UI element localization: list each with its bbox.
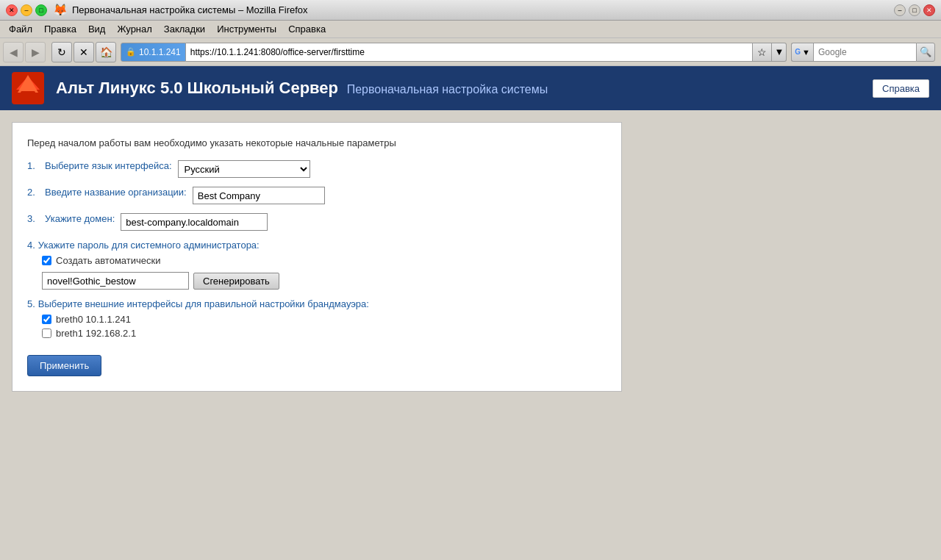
org-name-input[interactable] <box>193 187 325 204</box>
domain-input[interactable] <box>121 213 268 231</box>
step1-language: 1. Выберите язык интерфейса: Русский Eng… <box>27 160 607 178</box>
google-icon: G <box>795 48 801 56</box>
step5-number: 5. <box>27 298 35 309</box>
window-close-icon[interactable]: ✕ <box>923 4 935 16</box>
address-security-label: 🔒 10.1.1.241 <box>121 43 186 62</box>
interface-breth0: breth0 10.1.1.241 <box>42 314 607 325</box>
header-title-group: Альт Линукс 5.0 Школьный Сервер Первонач… <box>56 79 548 98</box>
step2-org: 2. Введите название организации: <box>27 187 607 204</box>
step1-number: 1. <box>27 160 42 171</box>
step5-interfaces: 5. Выберите внешние интерфейсы для прави… <box>27 298 607 339</box>
titlebar-title: Первоначальная настройка системы – Mozil… <box>72 4 308 15</box>
logo-svg <box>12 72 44 104</box>
main-content: Перед началом работы вам необходимо указ… <box>0 110 941 403</box>
window-maximize-icon[interactable]: □ <box>909 4 920 16</box>
language-select[interactable]: Русский English <box>178 160 310 178</box>
step4-password: 4. Укажите пароль для системного админис… <box>27 240 607 290</box>
titlebar: ✕ – □ 🦊 Первоначальная настройка системы… <box>0 0 941 21</box>
interface-breth1: breth1 192.168.2.1 <box>42 328 607 339</box>
step4-label: Укажите пароль для системного администра… <box>38 240 260 251</box>
svg-rect-2 <box>25 93 31 100</box>
auto-create-row: Создать автоматически <box>42 255 607 266</box>
password-input[interactable] <box>42 272 189 290</box>
window-minimize-icon[interactable]: – <box>894 4 906 16</box>
intro-text: Перед началом работы вам необходимо указ… <box>27 137 607 148</box>
apply-button[interactable]: Применить <box>27 355 101 376</box>
step2-number: 2. <box>27 187 42 198</box>
search-engine-dropdown-icon: ▼ <box>802 48 810 57</box>
menu-edit[interactable]: Правка <box>38 22 82 36</box>
refresh-button[interactable]: ↻ <box>51 42 72 62</box>
titlebar-buttons: ✕ – □ <box>6 4 47 16</box>
minimize-btn[interactable]: – <box>21 4 32 16</box>
password-row: Сгенерировать <box>42 272 607 290</box>
search-engine-button[interactable]: G ▼ <box>791 43 813 62</box>
lock-icon: 🔒 <box>126 47 136 57</box>
toolbar: ◀ ▶ ↻ ✕ 🏠 🔒 10.1.1.241 ☆ ▼ G ▼ 🔍 <box>0 38 941 66</box>
menu-help[interactable]: Справка <box>282 22 332 36</box>
step1-label: Выберите язык интерфейса: <box>45 160 172 171</box>
page-subtitle: Первоначальная настройка системы <box>347 83 548 96</box>
help-button[interactable]: Справка <box>873 79 929 98</box>
auto-create-label: Создать автоматически <box>56 255 160 266</box>
menu-view[interactable]: Вид <box>82 22 112 36</box>
address-input[interactable] <box>186 43 754 62</box>
svg-rect-1 <box>22 90 34 100</box>
menu-history[interactable]: Журнал <box>111 22 157 36</box>
step3-number: 3. <box>27 213 42 224</box>
maximize-btn[interactable]: □ <box>35 4 47 16</box>
menu-bookmarks[interactable]: Закладки <box>158 22 211 36</box>
svg-marker-0 <box>16 76 40 90</box>
step2-label: Введите название организации: <box>45 187 187 198</box>
step5-label: Выберите внешние интерфейсы для правильн… <box>38 298 369 309</box>
menubar: Файл Правка Вид Журнал Закладки Инструме… <box>0 21 941 38</box>
bookmark-star-icon[interactable]: ☆ <box>753 43 772 62</box>
close-btn[interactable]: ✕ <box>6 4 18 16</box>
browser-icon: 🦊 <box>53 3 68 17</box>
page-header: Альт Линукс 5.0 Школьный Сервер Первонач… <box>0 66 941 110</box>
step3-label: Укажите домен: <box>45 213 115 224</box>
home-button[interactable]: 🏠 <box>96 42 116 62</box>
search-submit-button[interactable]: 🔍 <box>916 43 935 62</box>
search-input[interactable] <box>813 43 916 62</box>
step4-number: 4. <box>27 240 35 251</box>
step3-domain: 3. Укажите домен: <box>27 213 607 231</box>
back-button[interactable]: ◀ <box>3 42 24 62</box>
breth1-checkbox[interactable] <box>42 329 51 338</box>
searchbar: G ▼ 🔍 <box>791 43 935 62</box>
generate-button[interactable]: Сгенерировать <box>193 273 279 290</box>
altlinux-logo <box>12 72 44 104</box>
breth1-label: breth1 192.168.2.1 <box>56 328 136 339</box>
addressbar: 🔒 10.1.1.241 ☆ ▼ <box>121 42 787 62</box>
address-dropdown-icon[interactable]: ▼ <box>772 43 787 62</box>
forward-button[interactable]: ▶ <box>25 42 46 62</box>
form-panel: Перед началом работы вам необходимо указ… <box>12 122 622 392</box>
menu-file[interactable]: Файл <box>3 22 38 36</box>
breth0-label: breth0 10.1.1.241 <box>56 314 131 325</box>
breth0-checkbox[interactable] <box>42 315 51 324</box>
auto-create-checkbox[interactable] <box>42 256 51 265</box>
stop-button[interactable]: ✕ <box>74 42 94 62</box>
menu-tools[interactable]: Инструменты <box>211 22 282 36</box>
app-title: Альт Линукс 5.0 Школьный Сервер <box>56 79 338 97</box>
